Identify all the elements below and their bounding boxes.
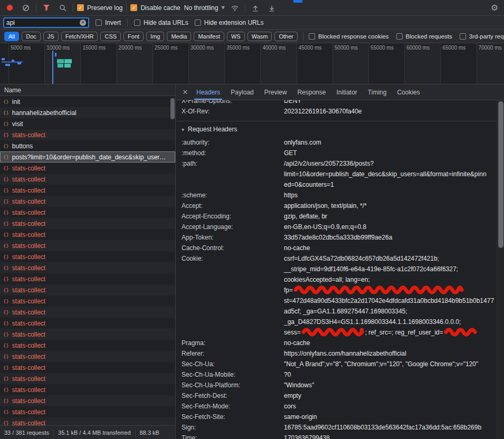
request-row[interactable]: {}stats-collect	[0, 373, 175, 384]
request-row[interactable]: {}stats-collect	[0, 384, 175, 395]
request-row[interactable]: {}stats-collect	[0, 273, 175, 284]
header-value: no-cache	[284, 243, 497, 253]
request-row[interactable]: {}stats-collect	[0, 251, 175, 262]
filter-chip-font[interactable]: Font	[123, 32, 144, 41]
scrollbar-thumb[interactable]	[170, 98, 175, 119]
request-row[interactable]: {}stats-collect	[0, 229, 175, 240]
request-headers-section[interactable]: ▾Request Headers	[182, 121, 497, 137]
request-row[interactable]: {}stats-collect	[0, 329, 175, 340]
request-row[interactable]: {}stats-collect	[0, 307, 175, 318]
throttling-select[interactable]: No throttling ▼	[184, 4, 225, 12]
header-name: X-Frame-Options:	[182, 100, 284, 106]
request-label: stats-collect	[12, 187, 45, 194]
resources-size: 88.3 kB	[135, 430, 164, 436]
overview-bar	[2, 58, 5, 60]
header-row: Sec-Fetch-Site:same-origin	[182, 412, 497, 422]
overview-tick-label: 15000 ms	[82, 45, 106, 51]
filter-chip-js[interactable]: JS	[43, 32, 59, 41]
tab-cookies[interactable]: Cookies	[392, 84, 425, 100]
request-row[interactable]: {}stats-collect	[0, 351, 175, 362]
checkbox-blocked-requests[interactable]: Blocked requests	[396, 33, 452, 40]
tab-initiator[interactable]: Initiator	[331, 84, 362, 100]
clear-button[interactable]	[20, 2, 32, 14]
filter-chip-all[interactable]: All	[4, 32, 19, 41]
close-icon[interactable]: ✕	[179, 88, 191, 96]
file-icon: {}	[3, 376, 9, 381]
request-row[interactable]: {}stats-collect	[0, 417, 175, 425]
filter-chip-doc[interactable]: Doc	[22, 32, 41, 41]
header-name: Referer:	[182, 348, 284, 359]
toolbar-separator	[36, 4, 36, 12]
request-row[interactable]: {}stats-collect	[0, 362, 175, 373]
request-row[interactable]: {}stats-collect	[0, 406, 175, 417]
filter-input[interactable]	[6, 19, 80, 26]
request-row[interactable]: {}stats-collect	[0, 240, 175, 251]
clear-filter-icon[interactable]: ✕	[80, 20, 86, 26]
request-row[interactable]: {}stats-collect	[0, 395, 175, 406]
checkbox-blocked-response-cookies[interactable]: Blocked response cookies	[309, 33, 389, 40]
export-har-button[interactable]	[265, 2, 278, 14]
filter-chip-ws[interactable]: WS	[227, 32, 245, 41]
request-row[interactable]: {}stats-collect	[0, 284, 175, 295]
tab-timing[interactable]: Timing	[363, 84, 392, 100]
request-row[interactable]: {}stats-collect	[0, 129, 175, 140]
filter-chip-css[interactable]: CSS	[100, 32, 121, 41]
header-name: Sec-Fetch-Site:	[182, 412, 284, 422]
tab-preview[interactable]: Preview	[259, 84, 292, 100]
filter-toggle-button[interactable]	[40, 2, 53, 14]
search-icon	[59, 4, 66, 12]
request-row[interactable]: {}stats-collect	[0, 163, 175, 174]
request-row[interactable]: {}stats-collect	[0, 340, 175, 351]
import-har-button[interactable]	[249, 2, 262, 14]
hide-extension-urls-checkbox[interactable]: Hide extension URLs	[195, 19, 264, 26]
overview-bar	[58, 64, 63, 68]
file-icon: {}	[3, 166, 9, 171]
request-row[interactable]: {}init	[0, 96, 175, 107]
request-row[interactable]: {}stats-collect	[0, 318, 175, 329]
hide-data-urls-checkbox[interactable]: Hide data URLs	[134, 19, 188, 26]
name-column-header[interactable]: Name	[0, 84, 175, 96]
request-row[interactable]: {}stats-collect	[0, 207, 175, 218]
request-row[interactable]: {}buttons	[0, 140, 175, 151]
invert-checkbox[interactable]: Invert	[96, 19, 121, 26]
filter-chip-img[interactable]: Img	[146, 32, 164, 41]
network-overview[interactable]: 5000 ms10000 ms15000 ms20000 ms25000 ms3…	[0, 43, 504, 84]
tab-response[interactable]: Response	[292, 84, 331, 100]
settings-button[interactable]: ⚙	[488, 2, 501, 14]
request-list-scrollbar[interactable]	[170, 96, 175, 425]
filter-chip-media[interactable]: Media	[167, 32, 191, 41]
checkbox-3rd-party-requests[interactable]: 3rd-party requests	[460, 33, 504, 40]
details-scrollbar[interactable]	[497, 100, 504, 439]
filter-chip-other[interactable]: Other	[274, 32, 298, 41]
scrollbar-thumb[interactable]	[498, 101, 503, 248]
request-label: visit	[12, 120, 23, 128]
header-row: Accept:application/json, text/plain, */*	[182, 201, 497, 211]
file-icon: {}	[3, 354, 9, 359]
request-row-selected[interactable]: {}posts?limit=10&order=publish_date_desc…	[0, 151, 175, 163]
header-name: Accept-Encoding:	[182, 211, 284, 222]
request-row[interactable]: {}stats-collect	[0, 295, 175, 307]
header-value-line: __stripe_mid=9df140f6-e64a-419e-85fc-a1c…	[284, 264, 497, 274]
network-conditions-button[interactable]	[229, 2, 241, 14]
file-icon: {}	[3, 276, 9, 282]
preserve-log-checkbox[interactable]: ✓ Preserve log	[77, 4, 122, 12]
request-row[interactable]: {}hannahelizabethofficial	[0, 107, 175, 118]
request-row[interactable]: {}stats-collect	[0, 174, 175, 185]
request-row[interactable]: {}stats-collect	[0, 196, 175, 207]
filter-chip-fetch-xhr[interactable]: Fetch/XHR	[61, 32, 98, 41]
disable-cache-checkbox[interactable]: ✓ Disable cache	[130, 4, 180, 12]
request-row[interactable]: {}stats-collect	[0, 262, 175, 273]
tab-headers[interactable]: Headers	[191, 84, 225, 100]
request-row[interactable]: {}visit	[0, 118, 175, 129]
header-name: Sec-Ch-Ua-Mobile:	[182, 369, 284, 380]
filter-chip-manifest[interactable]: Manifest	[194, 32, 224, 41]
search-button[interactable]	[56, 2, 69, 14]
request-row[interactable]: {}stats-collect	[0, 185, 175, 196]
request-row[interactable]: {}stats-collect	[0, 218, 175, 229]
filter-chip-wasm[interactable]: Wasm	[248, 32, 272, 41]
header-value: 1703636799438	[284, 433, 497, 439]
header-name: Sign:	[182, 422, 284, 433]
tab-payload[interactable]: Payload	[225, 84, 259, 100]
checkbox-checked-icon: ✓	[130, 4, 137, 11]
record-button[interactable]	[3, 2, 16, 14]
